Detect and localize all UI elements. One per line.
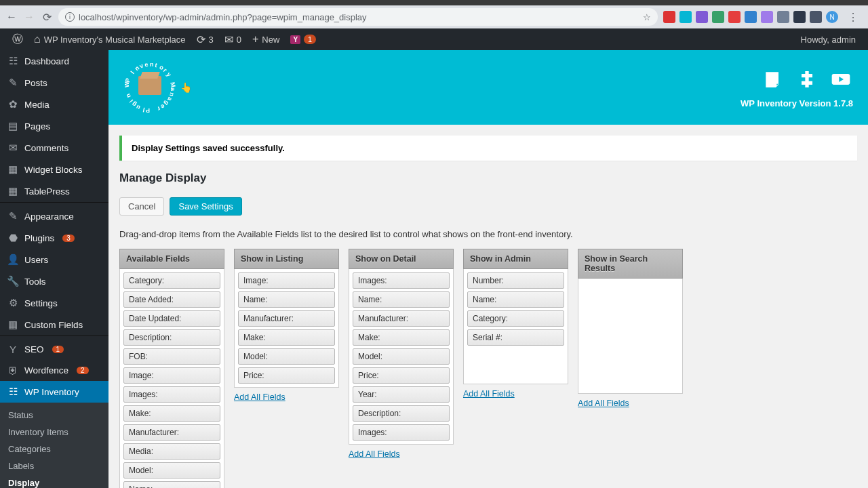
save-button[interactable]: Save Settings xyxy=(170,197,241,216)
menu-item-comments[interactable]: ✉Comments xyxy=(0,137,108,159)
menu-item-tools[interactable]: 🔧Tools xyxy=(0,270,108,292)
field-item[interactable]: Category: xyxy=(467,310,564,327)
submenu-item-display[interactable]: Display xyxy=(0,474,108,488)
site-info-icon[interactable]: i xyxy=(65,12,75,22)
field-item[interactable]: Name: xyxy=(353,291,450,308)
field-item[interactable]: Images: xyxy=(353,272,450,289)
field-item[interactable]: Images: xyxy=(353,424,450,441)
docs-icon[interactable] xyxy=(761,67,785,92)
ext-icon[interactable] xyxy=(712,11,724,23)
ext-icon[interactable] xyxy=(745,11,757,23)
field-item[interactable]: Description: xyxy=(353,405,450,422)
profile-icon[interactable]: N xyxy=(826,11,838,23)
menu-icon: ✎ xyxy=(7,210,19,222)
ext-icon[interactable] xyxy=(663,11,675,23)
menu-item-wp-inventory[interactable]: ☷WP Inventory xyxy=(0,381,108,403)
wp-logo[interactable]: ⓦ xyxy=(7,28,28,50)
add-all-link[interactable]: Add All Fields xyxy=(578,399,629,408)
field-item[interactable]: Make: xyxy=(238,329,335,346)
back-button[interactable]: ← xyxy=(5,11,18,23)
ext-icon[interactable] xyxy=(728,11,741,23)
field-item[interactable]: Model: xyxy=(353,348,450,365)
site-name[interactable]: ⌂WP Inventory's Musical Marketplace xyxy=(28,28,191,50)
menu-item-appearance[interactable]: ✎Appearance xyxy=(0,205,108,227)
ext-icon[interactable] xyxy=(810,11,822,23)
submenu-item-status[interactable]: Status xyxy=(0,407,108,424)
browser-menu-icon[interactable]: ⋮ xyxy=(844,11,863,24)
field-item[interactable]: Number: xyxy=(467,272,564,289)
add-all-link[interactable]: Add All Fields xyxy=(463,389,515,399)
field-item[interactable]: Name: xyxy=(467,291,564,308)
menu-item-users[interactable]: 👤Users xyxy=(0,249,108,270)
menu-item-plugins[interactable]: ⬣Plugins3 xyxy=(0,227,108,249)
ext-icon[interactable] xyxy=(679,11,692,23)
submenu-item-inventory-items[interactable]: Inventory Items xyxy=(0,424,108,441)
reload-button[interactable]: ⟳ xyxy=(41,11,53,23)
field-item[interactable]: Name: xyxy=(123,481,220,488)
updates[interactable]: ⟳3 xyxy=(191,28,219,50)
field-item[interactable]: Serial #: xyxy=(467,329,564,346)
column-header: Available Fields xyxy=(119,249,224,269)
field-item[interactable]: Manufacturer: xyxy=(238,310,335,327)
menu-item-wordfence[interactable]: ⛨Wordfence2 xyxy=(0,360,108,381)
plugin-logo: WP Inventory Manager Plugin xyxy=(123,61,176,114)
menu-label: Media xyxy=(24,100,50,110)
menu-item-tablepress[interactable]: ▦TablePress xyxy=(0,180,108,202)
add-all-link[interactable]: Add All Fields xyxy=(349,449,400,459)
forward-button[interactable]: → xyxy=(23,11,35,23)
menu-item-posts[interactable]: ✎Posts xyxy=(0,72,108,94)
menu-label: Pages xyxy=(24,121,50,131)
menu-item-dashboard[interactable]: ☷Dashboard xyxy=(0,50,108,72)
field-item[interactable]: Media: xyxy=(123,443,220,460)
column-body[interactable]: Number:Name:Category:Serial #: xyxy=(463,269,568,384)
column-body[interactable]: Category:Date Added:Date Updated:Descrip… xyxy=(119,269,224,488)
field-item[interactable]: FOB: xyxy=(123,348,220,365)
field-item[interactable]: Description: xyxy=(123,329,220,346)
comments[interactable]: ✉0 xyxy=(219,28,247,50)
support-icon[interactable] xyxy=(795,67,819,92)
cancel-button[interactable]: Cancel xyxy=(119,197,164,216)
column-body[interactable] xyxy=(578,279,683,394)
url-bar[interactable]: i localhost/wpinventory/wp-admin/admin.p… xyxy=(58,8,658,26)
new-content[interactable]: +New xyxy=(247,28,285,50)
field-item[interactable]: Price: xyxy=(353,367,450,384)
menu-item-seo[interactable]: YSEO1 xyxy=(0,339,108,360)
field-item[interactable]: Image: xyxy=(238,272,335,289)
column-header: Show in Admin xyxy=(463,249,568,269)
yoast[interactable]: Y1 xyxy=(285,28,321,50)
submenu-item-labels[interactable]: Labels xyxy=(0,458,108,474)
menu-label: TablePress xyxy=(24,186,70,197)
ext-icon[interactable] xyxy=(793,11,806,23)
field-item[interactable]: Manufacturer: xyxy=(123,424,220,441)
bookmark-icon[interactable]: ☆ xyxy=(643,12,651,22)
add-all-link[interactable]: Add All Fields xyxy=(234,392,285,402)
menu-item-custom-fields[interactable]: ▦Custom Fields xyxy=(0,314,108,336)
menu-label: Settings xyxy=(24,298,58,308)
ext-icon[interactable] xyxy=(777,11,789,23)
field-item[interactable]: Model: xyxy=(238,348,335,365)
field-item[interactable]: Price: xyxy=(238,367,335,384)
browser-tabs xyxy=(0,0,868,5)
ext-icon[interactable] xyxy=(696,11,708,23)
field-item[interactable]: Date Updated: xyxy=(123,310,220,327)
ext-icon[interactable] xyxy=(761,11,773,23)
column-body[interactable]: Images:Name:Manufacturer:Make:Model:Pric… xyxy=(349,269,454,445)
menu-item-pages[interactable]: ▤Pages xyxy=(0,115,108,137)
howdy[interactable]: Howdy, admin xyxy=(795,28,861,50)
field-item[interactable]: Name: xyxy=(238,291,335,308)
field-item[interactable]: Make: xyxy=(123,405,220,422)
youtube-icon[interactable] xyxy=(829,67,853,92)
field-item[interactable]: Category: xyxy=(123,272,220,289)
field-item[interactable]: Date Added: xyxy=(123,291,220,308)
column-body[interactable]: Image:Name:Manufacturer:Make:Model:Price… xyxy=(234,269,339,388)
field-item[interactable]: Image: xyxy=(123,367,220,384)
field-item[interactable]: Manufacturer: xyxy=(353,310,450,327)
field-item[interactable]: Images: xyxy=(123,386,220,403)
field-item[interactable]: Model: xyxy=(123,462,220,479)
field-item[interactable]: Make: xyxy=(353,329,450,346)
submenu-item-categories[interactable]: Categories xyxy=(0,441,108,458)
field-item[interactable]: Year: xyxy=(353,386,450,403)
menu-item-media[interactable]: ✿Media xyxy=(0,94,108,115)
menu-item-settings[interactable]: ⚙Settings xyxy=(0,292,108,314)
menu-item-widget-blocks[interactable]: ▦Widget Blocks xyxy=(0,159,108,180)
